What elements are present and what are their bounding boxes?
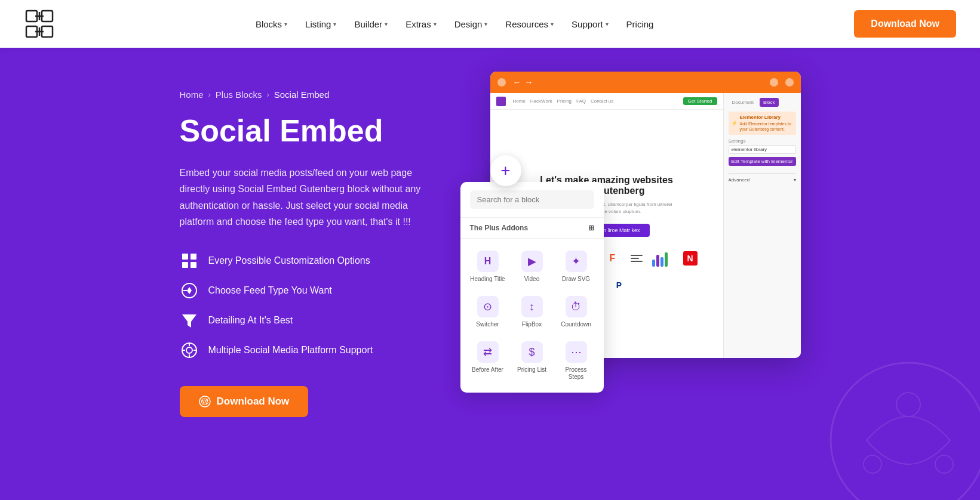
social-icon: [180, 341, 199, 360]
block-item-video-label: Video: [524, 276, 539, 283]
back-arrow-icon: ←: [513, 78, 521, 87]
breadcrumb-plus-blocks[interactable]: Plus Blocks: [216, 89, 262, 100]
block-item-pricing-list-label: Pricing List: [517, 366, 546, 374]
breadcrumb-separator-1: ›: [208, 90, 211, 99]
elementor-library-section: ⚡ Elementor Library Add Elementor templa…: [729, 112, 796, 135]
nav-support[interactable]: Support ▾: [564, 14, 616, 34]
chevron-down-icon: ▾: [284, 21, 287, 27]
block-picker-grid: H Heading Title ▶ Video ✦ Draw SVG ⊙ Swi…: [460, 239, 604, 393]
block-item-flipbox-label: FlipBox: [522, 321, 542, 328]
feature-item-2: Choose Feed Type You Want: [180, 281, 431, 300]
nav-listing[interactable]: Listing ▾: [298, 14, 343, 34]
feature-item-3: Detailing At It's Best: [180, 311, 431, 330]
block-item-before-after[interactable]: ⇄ Before After: [466, 335, 509, 387]
block-item-countdown[interactable]: ⏱ Countdown: [555, 290, 598, 334]
video-block-icon: ▶: [521, 251, 543, 272]
canvas-nav-cta-btn[interactable]: Get Started: [683, 97, 717, 105]
add-block-button[interactable]: +: [490, 155, 521, 186]
editor-topbar: ← →: [490, 72, 801, 93]
hero-download-label: Download Now: [217, 396, 290, 408]
switcher-block-icon: ⊙: [477, 296, 499, 317]
settings-label: Settings: [729, 138, 796, 144]
feature-item-4: Multiple Social Media Platform Support: [180, 341, 431, 360]
canvas-nav: Home HackWork Pricing FAQ Contact us Get…: [490, 93, 723, 110]
editor-sidebar: Document Block ⚡ Elementor Library Add E…: [723, 93, 801, 358]
block-item-before-after-label: Before After: [472, 366, 503, 374]
feature-label-2: Choose Feed Type You Want: [208, 285, 332, 296]
main-nav: Blocks ▾ Listing ▾ Builder ▾ Extras ▾ De…: [248, 14, 661, 34]
nav-resources[interactable]: Resources ▾: [498, 14, 561, 34]
chevron-down-icon: ▾: [333, 21, 336, 27]
figma-icon: F: [604, 250, 621, 267]
feed-icon: [180, 281, 199, 300]
block-item-video[interactable]: ▶ Video: [511, 245, 554, 289]
block-picker-header: The Plus Addons ⊞: [460, 218, 604, 239]
breadcrumb-home[interactable]: Home: [180, 89, 204, 100]
filter-icon: [180, 311, 199, 330]
feature-label-3: Detailing At It's Best: [208, 315, 293, 326]
svg-rect-13: [191, 254, 196, 260]
browser-navigation: ← →: [513, 78, 533, 87]
block-search-input[interactable]: [470, 190, 594, 209]
browser-dot-2: [785, 78, 794, 87]
hero-description: Embed your social media posts/feed on yo…: [180, 165, 431, 230]
drawsvg-block-icon: ✦: [566, 251, 587, 272]
flipbox-block-icon: ↕: [521, 296, 543, 317]
nav-extras[interactable]: Extras ▾: [398, 14, 444, 34]
process-steps-block-icon: ⋯: [566, 341, 587, 363]
block-item-process-steps[interactable]: ⋯ Process Steps: [555, 335, 598, 387]
svg-point-25: [199, 396, 210, 407]
browser-dot: [770, 78, 778, 87]
svg-marker-18: [182, 314, 196, 328]
chevron-down-icon: ▾: [385, 21, 388, 27]
block-item-flipbox[interactable]: ↕ FlipBox: [511, 290, 554, 334]
nav-blocks[interactable]: Blocks ▾: [248, 14, 294, 34]
block-item-drawsvg-label: Draw SVG: [562, 276, 590, 283]
block-item-process-steps-label: Process Steps: [558, 366, 594, 381]
bar-chart-2-icon: [652, 250, 674, 267]
hero-section: Home › Plus Blocks › Social Embed Social…: [0, 48, 980, 500]
hero-title: Social Embed: [180, 114, 431, 148]
before-after-block-icon: ⇄: [477, 341, 499, 363]
canvas-nav-links: Home HackWork Pricing FAQ Contact us: [513, 98, 614, 104]
document-tab[interactable]: Document: [729, 98, 757, 107]
header-download-button[interactable]: Download Now: [854, 10, 956, 38]
svg-point-10: [864, 455, 881, 473]
elementor-library-input[interactable]: [729, 145, 796, 154]
header: Blocks ▾ Listing ▾ Builder ▾ Extras ▾ De…: [0, 0, 980, 48]
logo[interactable]: [24, 8, 55, 39]
paypal-icon: P: [612, 278, 626, 292]
nav-builder[interactable]: Builder ▾: [347, 14, 395, 34]
block-item-switcher[interactable]: ⊙ Switcher: [466, 290, 509, 334]
block-picker-search-area: [460, 182, 604, 218]
menu-lines-icon: [631, 255, 643, 262]
hero-content: Home › Plus Blocks › Social Embed Social…: [72, 78, 908, 417]
block-item-switcher-label: Switcher: [476, 321, 499, 328]
feature-item-1: Every Possible Customization Options: [180, 251, 431, 270]
nav-pricing[interactable]: Pricing: [619, 14, 661, 34]
block-item-drawsvg[interactable]: ✦ Draw SVG: [555, 245, 598, 289]
chevron-down-icon: ▾: [434, 21, 437, 27]
sidebar-advanced-section: Advanced ▾: [729, 177, 796, 183]
block-tab[interactable]: Block: [760, 98, 779, 107]
block-item-heading-label: Heading Title: [470, 276, 505, 283]
sidebar-divider: [729, 173, 796, 174]
block-item-heading[interactable]: H Heading Title: [466, 245, 509, 289]
block-picker-panel: The Plus Addons ⊞ H Heading Title ▶ Vide…: [460, 182, 604, 393]
heading-block-icon: H: [477, 251, 499, 272]
edit-template-button[interactable]: Edit Template with Elementor: [729, 157, 796, 166]
countdown-block-icon: ⏱: [566, 296, 587, 317]
chevron-down-icon: ▾: [484, 21, 487, 27]
svg-rect-14: [182, 262, 188, 268]
breadcrumb-current: Social Embed: [274, 89, 330, 100]
svg-point-20: [186, 347, 192, 353]
hero-mockup: + The Plus Addons ⊞ H Heading Title ▶: [431, 72, 801, 382]
block-item-pricing-list[interactable]: $ Pricing List: [511, 335, 554, 387]
nav-design[interactable]: Design ▾: [447, 14, 495, 34]
customization-icon: [180, 251, 199, 270]
feature-list: Every Possible Customization Options Cho…: [180, 251, 431, 360]
breadcrumb: Home › Plus Blocks › Social Embed: [180, 89, 431, 100]
svg-rect-12: [182, 254, 188, 260]
chevron-down-icon: ▾: [551, 21, 554, 27]
hero-download-button[interactable]: Download Now: [180, 386, 309, 417]
